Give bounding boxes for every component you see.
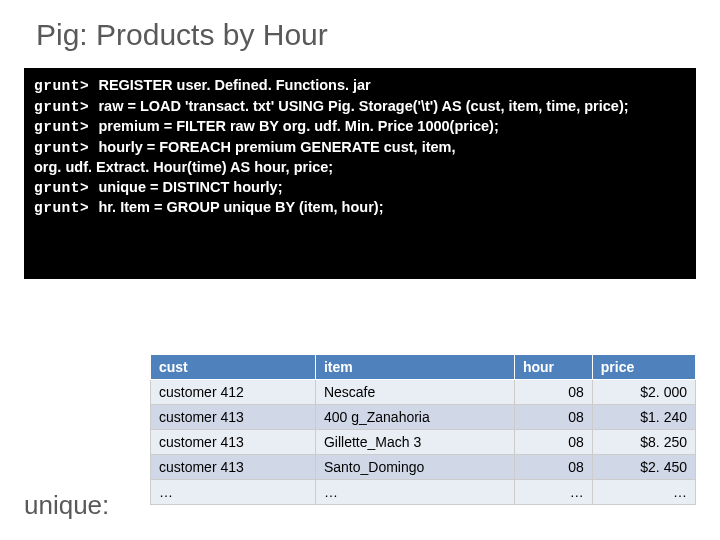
cell-cust: …	[151, 480, 316, 505]
prompt: grunt>	[34, 119, 98, 135]
prompt: grunt>	[34, 78, 98, 94]
cell-item: Santo_Domingo	[315, 455, 514, 480]
cell-hour: 08	[514, 405, 592, 430]
cell-hour: …	[514, 480, 592, 505]
col-price: price	[592, 355, 695, 380]
terminal-text: unique = DISTINCT hourly;	[98, 179, 282, 195]
terminal-text: org. udf. Extract. Hour(time) AS hour, p…	[34, 159, 333, 175]
cell-price: $2. 450	[592, 455, 695, 480]
cell-hour: 08	[514, 430, 592, 455]
data-table: cust item hour price customer 412Nescafe…	[150, 354, 696, 505]
cell-cust: customer 413	[151, 430, 316, 455]
col-cust: cust	[151, 355, 316, 380]
cell-hour: 08	[514, 380, 592, 405]
prompt: grunt>	[34, 200, 98, 216]
col-item: item	[315, 355, 514, 380]
terminal-text: raw = LOAD 'transact. txt' USING Pig. St…	[98, 98, 628, 114]
prompt: grunt>	[34, 99, 98, 115]
table-row: customer 413400 g_Zanahoria08$1. 240	[151, 405, 696, 430]
terminal-text: hourly = FOREACH premium GENERATE cust, …	[98, 139, 455, 155]
cell-hour: 08	[514, 455, 592, 480]
cell-item: …	[315, 480, 514, 505]
cell-price: $2. 000	[592, 380, 695, 405]
terminal-line: grunt> hourly = FOREACH premium GENERATE…	[34, 138, 686, 159]
terminal-text: REGISTER user. Defined. Functions. jar	[98, 77, 370, 93]
terminal-text: premium = FILTER raw BY org. udf. Min. P…	[98, 118, 498, 134]
terminal-line: org. udf. Extract. Hour(time) AS hour, p…	[34, 158, 686, 178]
terminal-text: hr. Item = GROUP unique BY (item, hour);	[98, 199, 383, 215]
terminal-block: grunt> REGISTER user. Defined. Functions…	[24, 68, 696, 279]
terminal-line: grunt> REGISTER user. Defined. Functions…	[34, 76, 686, 97]
table-header-row: cust item hour price	[151, 355, 696, 380]
table-row: customer 413Gillette_Mach 308$8. 250	[151, 430, 696, 455]
cell-item: 400 g_Zanahoria	[315, 405, 514, 430]
slide-title: Pig: Products by Hour	[0, 0, 720, 52]
terminal-line: grunt> hr. Item = GROUP unique BY (item,…	[34, 198, 686, 219]
terminal-line: grunt> raw = LOAD 'transact. txt' USING …	[34, 97, 686, 118]
col-hour: hour	[514, 355, 592, 380]
prompt: grunt>	[34, 180, 98, 196]
cell-price: $1. 240	[592, 405, 695, 430]
table-row: customer 412Nescafe08$2. 000	[151, 380, 696, 405]
cell-price: $8. 250	[592, 430, 695, 455]
unique-label: unique:	[24, 490, 109, 521]
terminal-line: grunt> unique = DISTINCT hourly;	[34, 178, 686, 199]
table-row: …………	[151, 480, 696, 505]
cell-cust: customer 413	[151, 405, 316, 430]
data-table-wrap: cust item hour price customer 412Nescafe…	[150, 354, 696, 505]
cell-cust: customer 413	[151, 455, 316, 480]
cell-price: …	[592, 480, 695, 505]
cell-cust: customer 412	[151, 380, 316, 405]
cell-item: Gillette_Mach 3	[315, 430, 514, 455]
cell-item: Nescafe	[315, 380, 514, 405]
terminal-line: grunt> premium = FILTER raw BY org. udf.…	[34, 117, 686, 138]
prompt: grunt>	[34, 140, 98, 156]
table-row: customer 413Santo_Domingo08$2. 450	[151, 455, 696, 480]
